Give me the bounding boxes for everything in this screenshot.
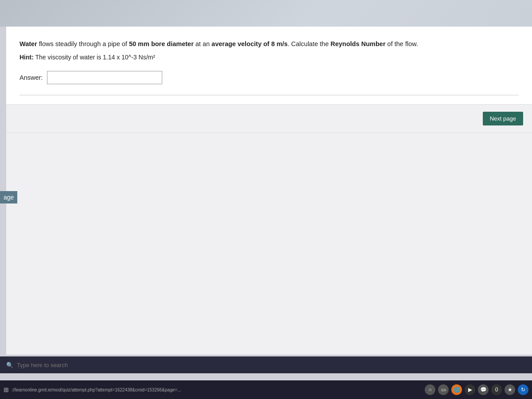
top-texture — [0, 0, 532, 27]
question-panel: Water flows steadily through a pipe of 5… — [6, 27, 532, 105]
windows-search: ⊞ — [4, 386, 9, 393]
answer-label: Answer: — [20, 74, 43, 81]
question-text: Water flows steadily through a pipe of 5… — [20, 39, 519, 49]
answer-row: Answer: — [20, 71, 519, 84]
age-label: age — [0, 191, 17, 203]
taskbar-icon-chat[interactable]: 💬 — [478, 384, 489, 395]
taskbar-icon-browser[interactable]: 🌐 — [451, 384, 462, 395]
url-bar-area: ://learnonline.gmit.ie/mod/quiz/attempt.… — [12, 387, 418, 392]
taskbar-icon-window[interactable]: ▭ — [438, 384, 449, 395]
answer-input[interactable] — [47, 71, 162, 84]
hint-text: Hint: The viscosity of water is 1.14 x 1… — [20, 53, 519, 62]
taskbar-icon-star[interactable]: ★ — [505, 384, 515, 395]
search-input[interactable] — [17, 362, 526, 368]
taskbar-icons: ○ ▭ 🌐 ▶ 💬 0 ★ ↻ — [425, 384, 528, 395]
button-area: Next page — [6, 105, 532, 133]
taskbar-icon-circle[interactable]: ○ — [425, 384, 435, 395]
divider — [20, 95, 519, 95]
windows-search-icon: ⊞ — [4, 386, 9, 393]
search-bar-area: 🔍 — [0, 356, 532, 373]
search-icon: 🔍 — [6, 362, 13, 368]
taskbar-icon-zero[interactable]: 0 — [491, 384, 502, 395]
taskbar: ⊞ ://learnonline.gmit.ie/mod/quiz/attemp… — [0, 380, 532, 399]
url-text: ://learnonline.gmit.ie/mod/quiz/attempt.… — [12, 387, 181, 392]
next-page-button[interactable]: Next page — [483, 112, 523, 125]
browser-content: Water flows steadily through a pipe of 5… — [6, 27, 532, 355]
taskbar-icon-media[interactable]: ▶ — [465, 384, 475, 395]
taskbar-icon-refresh[interactable]: ↻ — [518, 384, 528, 395]
